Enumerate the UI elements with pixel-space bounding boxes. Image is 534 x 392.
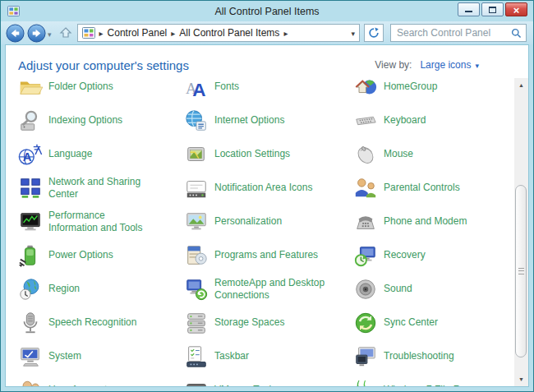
control-panel-item[interactable]: Indexing Options xyxy=(18,104,184,137)
homegroup-icon xyxy=(353,78,378,99)
control-panel-item[interactable]: System xyxy=(18,339,184,373)
control-panel-item[interactable]: Folder Options xyxy=(18,78,184,104)
item-label: Indexing Options xyxy=(48,114,122,127)
internet-options-icon xyxy=(184,108,209,133)
system-icon xyxy=(18,344,43,369)
item-label: Windows 7 File Recovery xyxy=(384,384,495,386)
control-panel-item[interactable]: Personalization xyxy=(184,205,353,238)
vmware-tools-icon: vm xyxy=(184,378,209,387)
item-label: Notification Area Icons xyxy=(214,182,312,194)
language-icon: A xyxy=(18,142,43,167)
power-options-icon xyxy=(18,243,43,268)
breadcrumb-item-control-panel[interactable]: Control Panel xyxy=(106,27,169,39)
search-icon[interactable] xyxy=(511,28,522,39)
item-label: Parental Controls xyxy=(384,182,460,194)
scroll-up-button[interactable] xyxy=(514,78,528,92)
control-panel-item[interactable]: vmVMware Tools xyxy=(184,373,353,386)
control-panel-item[interactable]: Storage Spaces xyxy=(184,306,353,339)
view-by-label: View by: xyxy=(375,59,412,71)
control-panel-item[interactable]: ALanguage xyxy=(18,137,184,171)
scroll-grip-icon xyxy=(518,268,524,274)
control-panel-item[interactable]: HomeGroup xyxy=(353,78,514,104)
breadcrumb-chevron-icon[interactable] xyxy=(97,27,106,39)
view-by-value: Large icons xyxy=(420,59,471,71)
refresh-button[interactable] xyxy=(364,24,384,42)
minimize-button[interactable] xyxy=(458,2,480,16)
item-label: Region xyxy=(48,283,80,295)
title-bar: All Control Panel Items xyxy=(1,1,533,21)
scroll-thumb[interactable] xyxy=(515,185,527,357)
up-button[interactable] xyxy=(58,25,73,40)
chevron-down-icon xyxy=(475,59,479,71)
control-panel-item[interactable]: RemoteApp and Desktop Connections xyxy=(184,272,353,306)
control-panel-item[interactable]: Troubleshooting xyxy=(353,339,514,373)
view-by-dropdown[interactable]: Large icons xyxy=(420,59,479,71)
breadcrumb-chevron-icon[interactable] xyxy=(168,27,177,39)
control-panel-item[interactable]: Mouse xyxy=(353,137,514,171)
control-panel-item[interactable]: Location Settings xyxy=(184,137,353,171)
control-panel-item[interactable]: Power Options xyxy=(18,238,184,272)
control-panel-item[interactable]: Taskbar xyxy=(184,339,353,373)
control-panel-item[interactable]: Notification Area Icons xyxy=(184,171,353,205)
breadcrumb-chevron-icon[interactable] xyxy=(281,27,290,39)
item-label: Recovery xyxy=(384,249,426,261)
breadcrumb-item-all-control-panel-items[interactable]: All Control Panel Items xyxy=(177,27,281,39)
close-icon xyxy=(513,2,520,17)
control-panel-item[interactable]: Keyboard xyxy=(353,104,514,137)
notification-area-icons-icon xyxy=(184,176,209,201)
control-panel-item[interactable]: Parental Controls xyxy=(353,171,514,205)
window-title: All Control Panel Items xyxy=(1,6,533,17)
scroll-down-button[interactable] xyxy=(514,372,528,386)
item-label: Sync Center xyxy=(384,316,438,329)
close-button[interactable] xyxy=(505,2,527,16)
fonts-icon: AA xyxy=(184,78,209,99)
control-panel-item[interactable]: AAFonts xyxy=(184,78,353,104)
address-dropdown-icon[interactable] xyxy=(351,27,355,39)
svg-text:A: A xyxy=(192,80,205,99)
refresh-icon xyxy=(368,27,380,39)
recovery-icon xyxy=(353,243,378,268)
control-panel-item[interactable]: Speech Recognition xyxy=(18,306,184,339)
control-panel-item[interactable]: Windows 7 File Recovery xyxy=(353,373,514,386)
vertical-scrollbar[interactable] xyxy=(514,78,528,386)
keyboard-icon xyxy=(353,108,378,133)
parental-controls-icon xyxy=(353,176,378,201)
control-panel-item[interactable]: User Accounts xyxy=(18,373,184,386)
search-box xyxy=(390,24,527,42)
control-panel-item[interactable]: Performance Information and Tools xyxy=(18,205,184,238)
control-panel-item[interactable]: Sound xyxy=(353,272,514,306)
item-label: Troubleshooting xyxy=(384,350,454,362)
maximize-button[interactable] xyxy=(481,2,504,16)
folder-options-icon xyxy=(18,78,43,99)
item-label: Speech Recognition xyxy=(48,316,136,329)
windows-7-file-recovery-icon xyxy=(353,378,378,387)
search-input[interactable] xyxy=(395,26,511,39)
items-viewport: Folder OptionsAAFontsHomeGroupIndexing O… xyxy=(6,78,514,386)
control-panel-item[interactable]: Internet Options xyxy=(184,104,353,137)
item-label: Folder Options xyxy=(48,81,113,93)
maximize-icon xyxy=(489,7,496,13)
personalization-icon xyxy=(184,210,209,234)
remoteapp-icon xyxy=(184,277,209,302)
item-label: Storage Spaces xyxy=(214,316,284,329)
back-button[interactable] xyxy=(6,24,25,43)
item-label: Mouse xyxy=(384,148,413,160)
control-panel-item[interactable]: Programs and Features xyxy=(184,238,353,272)
item-label: VMware Tools xyxy=(214,384,276,386)
breadcrumb: Control Panel All Control Panel Items xyxy=(77,24,360,42)
up-arrow-icon xyxy=(58,25,73,40)
item-label: System xyxy=(48,350,81,362)
control-panel-item[interactable]: Phone and Modem xyxy=(353,205,514,238)
history-dropdown-icon[interactable] xyxy=(48,25,52,40)
control-panel-item[interactable]: Region xyxy=(18,272,184,306)
control-panel-item[interactable]: Sync Center xyxy=(353,306,514,339)
control-panel-item[interactable]: Network and Sharing Center xyxy=(18,171,184,205)
item-label: Power Options xyxy=(48,249,113,261)
item-label: Performance Information and Tools xyxy=(48,210,157,234)
item-label: Sound xyxy=(384,283,412,295)
item-label: Programs and Features xyxy=(214,249,318,261)
forward-button[interactable] xyxy=(27,24,46,43)
programs-and-features-icon xyxy=(184,243,209,268)
control-panel-item[interactable]: Recovery xyxy=(353,238,514,272)
item-label: Location Settings xyxy=(214,148,290,160)
